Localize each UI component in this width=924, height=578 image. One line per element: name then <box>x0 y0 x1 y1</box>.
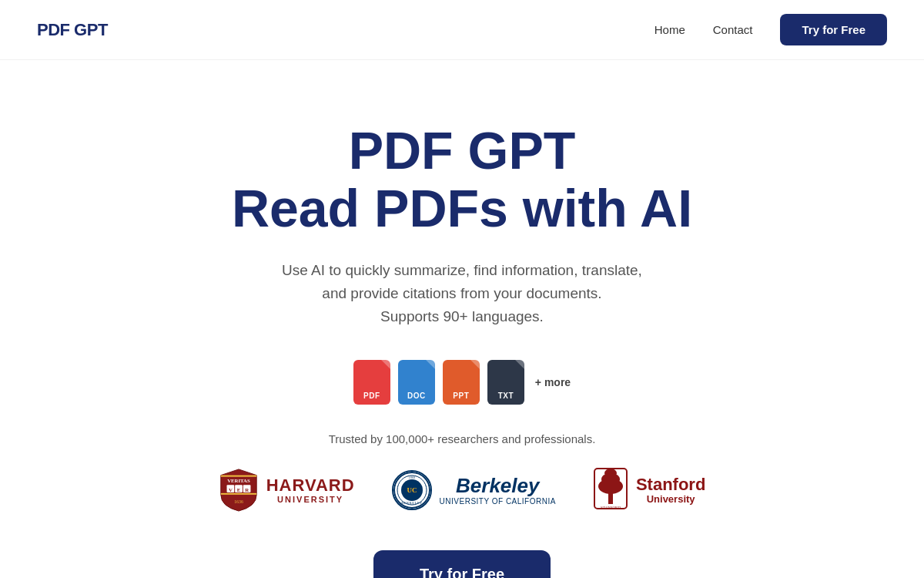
svg-text:1636: 1636 <box>234 499 243 504</box>
nav-logo: PDF GPT <box>37 20 108 40</box>
nav-contact-link[interactable]: Contact <box>713 23 753 36</box>
harvard-logo: VERITAS V E R 1636 HARVARD UNIVERSITY <box>219 468 355 512</box>
file-icon-doc-label: DOC <box>407 391 426 400</box>
hero-title-line2: Read PDFs with AI <box>232 180 692 237</box>
svg-text:1868: 1868 <box>408 476 415 479</box>
stanford-tree-icon: STANFORD <box>593 467 628 513</box>
berkeley-seal-svg: UC BERKELEY 1868 <box>393 472 430 509</box>
file-icon-txt-label: TXT <box>498 391 514 400</box>
stanford-logo: STANFORD Stanford University <box>593 467 705 513</box>
trust-text: Trusted by 100,000+ researchers and prof… <box>329 432 596 445</box>
svg-text:E: E <box>236 487 240 492</box>
file-icon-doc: DOC <box>398 360 435 405</box>
svg-text:STANFORD: STANFORD <box>601 506 621 509</box>
berkeley-logo: UC BERKELEY 1868 Berkeley UNIVERSITY OF … <box>392 470 556 510</box>
navbar: PDF GPT Home Contact Try for Free <box>0 0 924 60</box>
svg-rect-19 <box>608 493 613 504</box>
svg-text:V: V <box>229 487 233 492</box>
berkeley-sub: UNIVERSITY OF CALIFORNIA <box>440 497 556 506</box>
nav-links: Home Contact Try for Free <box>654 14 887 45</box>
hero-try-free-button[interactable]: Try for Free <box>373 550 551 578</box>
stanford-sub: University <box>636 494 705 505</box>
hero-section: PDF GPT Read PDFs with AI Use AI to quic… <box>0 60 924 578</box>
berkeley-text: Berkeley UNIVERSITY OF CALIFORNIA <box>440 475 556 506</box>
nav-home-link[interactable]: Home <box>654 23 685 36</box>
hero-subtitle: Use AI to quickly summarize, find inform… <box>282 259 642 329</box>
harvard-text: HARVARD UNIVERSITY <box>266 476 355 504</box>
berkeley-name: Berkeley <box>440 475 556 497</box>
nav-try-free-button[interactable]: Try for Free <box>780 14 887 45</box>
harvard-sub: UNIVERSITY <box>266 495 355 504</box>
svg-rect-0 <box>220 475 256 476</box>
university-logos: VERITAS V E R 1636 HARVARD UNIVERSITY <box>219 467 706 513</box>
svg-text:UC: UC <box>407 486 417 494</box>
file-icon-pdf: PDF <box>353 360 390 405</box>
berkeley-seal-icon: UC BERKELEY 1868 <box>392 470 432 510</box>
file-icon-txt: TXT <box>487 360 524 405</box>
file-icon-ppt-label: PPT <box>453 391 469 400</box>
svg-point-18 <box>598 479 623 494</box>
stanford-name: Stanford <box>636 476 705 494</box>
harvard-shield-icon: VERITAS V E R 1636 <box>219 468 259 512</box>
hero-title-line1: PDF GPT <box>349 122 576 180</box>
svg-text:VERITAS: VERITAS <box>227 478 250 483</box>
file-more-label: + more <box>535 376 571 388</box>
file-type-icons: PDF DOC PPT TXT + more <box>353 360 571 405</box>
file-icon-ppt: PPT <box>443 360 480 405</box>
stanford-text: Stanford University <box>636 476 705 505</box>
svg-text:R: R <box>245 487 249 492</box>
file-icon-pdf-label: PDF <box>363 391 380 400</box>
svg-text:BERKELEY: BERKELEY <box>401 501 423 505</box>
svg-rect-1 <box>220 493 256 495</box>
harvard-name: HARVARD <box>266 476 355 495</box>
